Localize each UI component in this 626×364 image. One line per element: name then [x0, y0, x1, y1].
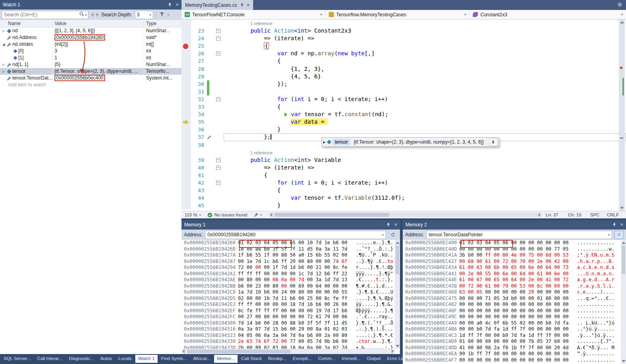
code-line-27[interactable]: 27 { — [181, 57, 626, 65]
code-line-33[interactable]: 33 { — [181, 103, 626, 111]
bottom-tab-locals[interactable]: Locals — [116, 355, 135, 363]
project-dropdown[interactable]: C# TensorFlowNET.Console ▾ — [181, 10, 326, 19]
search-next-button[interactable] — [96, 13, 99, 17]
expand-icon[interactable]: ▷ — [1, 27, 6, 34]
bottom-tab-call-stack[interactable]: Call Stack — [238, 355, 265, 363]
bottom-tab-excepti-[interactable]: Excepti... — [290, 355, 314, 363]
member-dropdown[interactable]: Constant2x3 ▾ — [470, 10, 626, 19]
codelens-row[interactable]: 1 reference — [181, 19, 626, 27]
breakpoint-margin[interactable] — [181, 156, 191, 164]
scrollbar-thumb[interactable] — [187, 350, 291, 353]
breakpoint-margin[interactable] — [181, 202, 191, 209]
breakpoint-margin[interactable] — [181, 27, 191, 35]
watch-title-bar[interactable]: Watch 1 ▾ × — [0, 0, 181, 10]
scrollbar-thumb[interactable] — [275, 213, 389, 217]
scroll-down-icon[interactable] — [396, 345, 400, 347]
bottom-tab-sql-server-[interactable]: SQL Server... — [1, 355, 34, 363]
breakpoint-margin[interactable] — [181, 171, 191, 179]
breakpoint-margin[interactable] — [181, 126, 191, 133]
editor-vertical-scrollbar[interactable] — [619, 19, 625, 211]
expand-icon[interactable]: ▶ — [323, 140, 326, 144]
code-health-indicator[interactable]: No issues found — [204, 212, 250, 218]
memory1-hex-dump[interactable]: 0x000002556B19426001 02 03 04 05 06 65 0… — [181, 240, 400, 354]
fold-collapse-icon[interactable] — [216, 158, 220, 162]
search-input-wrap[interactable]: ▾ — [2, 11, 88, 19]
expand-icon[interactable]: ▷ — [1, 68, 6, 75]
breakpoint-margin[interactable] — [181, 57, 191, 65]
fold-collapse-icon[interactable] — [216, 165, 220, 170]
breakpoint-margin[interactable] — [181, 42, 191, 50]
code-line-35[interactable]: 35 var data = — [181, 118, 626, 126]
breakpoint-margin[interactable] — [181, 194, 191, 202]
scroll-down-icon[interactable] — [622, 360, 626, 362]
datatip-tooltip[interactable]: ▶ tensor {tf.Tensor: shape=(2, 3), dtype… — [322, 137, 499, 147]
memory1-address-input[interactable]: 0x000002556B194260 ▾ — [205, 231, 386, 239]
close-icon[interactable]: × — [620, 223, 623, 227]
bottom-tab-immedi-[interactable]: Immedi... — [339, 355, 363, 363]
bottom-tab-memor-[interactable]: Memor... — [214, 355, 238, 363]
bottom-tab-autos[interactable]: Autos — [98, 355, 115, 363]
breakpoint-margin[interactable] — [181, 179, 191, 187]
breakpoint-margin[interactable] — [181, 118, 191, 126]
breakpoint-margin[interactable] — [181, 65, 191, 73]
code-line-26[interactable]: 26 var nd = np.array(new byte[,] — [181, 50, 626, 57]
code-cleanup-button[interactable]: ▾ — [250, 212, 265, 218]
code-line-41[interactable]: 41 { — [181, 171, 626, 179]
code-line-44[interactable]: 44 var tensor = tf.Variable(3112.0f); — [181, 194, 626, 202]
code-line-30[interactable]: 30 }); — [181, 80, 626, 88]
bottom-tab-watch-1[interactable]: Watch 1 — [135, 355, 158, 363]
window-position-icon[interactable]: ▾ — [381, 223, 383, 227]
scroll-left-icon[interactable] — [182, 349, 185, 353]
code-line-32[interactable]: 32 for (int i = 0; i < iterate; i++) — [181, 95, 626, 103]
code-line-23[interactable]: 23 public Action<int> Constant2x3 — [181, 27, 626, 35]
breakpoint-margin[interactable] — [181, 80, 191, 88]
fold-collapse-icon[interactable] — [216, 36, 220, 41]
code-line-45[interactable]: 45 } — [181, 202, 626, 209]
bottom-tab-error-list[interactable]: Error List — [384, 355, 408, 363]
watch-row-nd.Address[interactable]: nd.Address0x000002556b194260void* — [0, 34, 181, 41]
code-line-28[interactable]: 28 {1, 2, 3}, — [181, 65, 626, 73]
code-line-42[interactable]: 42 for (int i = 0; i < iterate; i++) — [181, 179, 626, 187]
scroll-down-icon[interactable] — [620, 207, 624, 209]
breakpoint-margin[interactable] — [181, 111, 191, 118]
watch-row-tensor.TensorDat...[interactable]: tensor.TensorDat...0x000002556b0ec400Sys… — [0, 75, 181, 82]
window-position-icon[interactable]: ▾ — [607, 223, 609, 227]
breakpoint-margin[interactable] — [181, 50, 191, 57]
scroll-right-icon[interactable] — [392, 349, 394, 353]
expand-icon[interactable]: ▷ — [1, 61, 6, 68]
code-line-39[interactable]: 39 public Action<int> Variable — [181, 156, 626, 164]
refresh-button[interactable] — [388, 231, 398, 239]
window-position-icon[interactable]: ▾ — [162, 3, 164, 7]
memory1-horizontal-scrollbar[interactable] — [181, 349, 395, 354]
column-header-value[interactable]: Value — [53, 21, 144, 26]
breakpoint-margin[interactable] — [181, 103, 191, 111]
watch-row-nd[interactable]: ▷nd{[[1, 2, 3], [4, 5, 6]]}NumShar... — [0, 27, 181, 34]
pin-icon[interactable] — [386, 222, 390, 227]
fold-collapse-icon[interactable] — [216, 181, 220, 185]
codelens-row[interactable]: 1 reference — [181, 149, 626, 156]
bottom-tab-breakp-[interactable]: Breakp... — [265, 355, 289, 363]
code-line-36[interactable]: 36 } — [181, 126, 626, 133]
code-line-40[interactable]: 40 => (iterate) => — [181, 164, 626, 171]
code-line-29[interactable]: 29 {4, 5, 6} — [181, 73, 626, 80]
breakpoint-margin[interactable] — [181, 88, 191, 95]
editor-horizontal-scrollbar[interactable] — [269, 212, 542, 217]
breakpoint-margin[interactable] — [181, 19, 191, 27]
breakpoint-margin[interactable] — [181, 187, 191, 194]
gear-icon[interactable] — [617, 2, 622, 9]
toolbar-overflow-icon[interactable]: » — [166, 14, 171, 16]
watch-row-nd[1, 1][interactable]: ▷nd[1, 1]{5}NumShar... — [0, 61, 181, 68]
code-editor[interactable]: 1 reference23 public Action<int> Constan… — [181, 19, 626, 211]
breakpoint-margin[interactable] — [181, 73, 191, 80]
fold-collapse-icon[interactable] — [216, 97, 220, 101]
search-prev-button[interactable] — [91, 13, 94, 17]
code-line-25[interactable]: 25 { — [181, 42, 626, 50]
breakpoint-margin[interactable] — [181, 164, 191, 171]
search-icon[interactable] — [79, 12, 84, 18]
bottom-tab-comm-[interactable]: Comm... — [315, 355, 338, 363]
search-depth-select[interactable]: 3 ▾ — [135, 11, 153, 19]
pin-icon[interactable] — [168, 2, 172, 7]
fold-collapse-icon[interactable] — [216, 51, 220, 56]
tab-list-chevron-icon[interactable]: ▾ — [611, 3, 613, 7]
memory2-vertical-scrollbar[interactable] — [621, 240, 626, 364]
